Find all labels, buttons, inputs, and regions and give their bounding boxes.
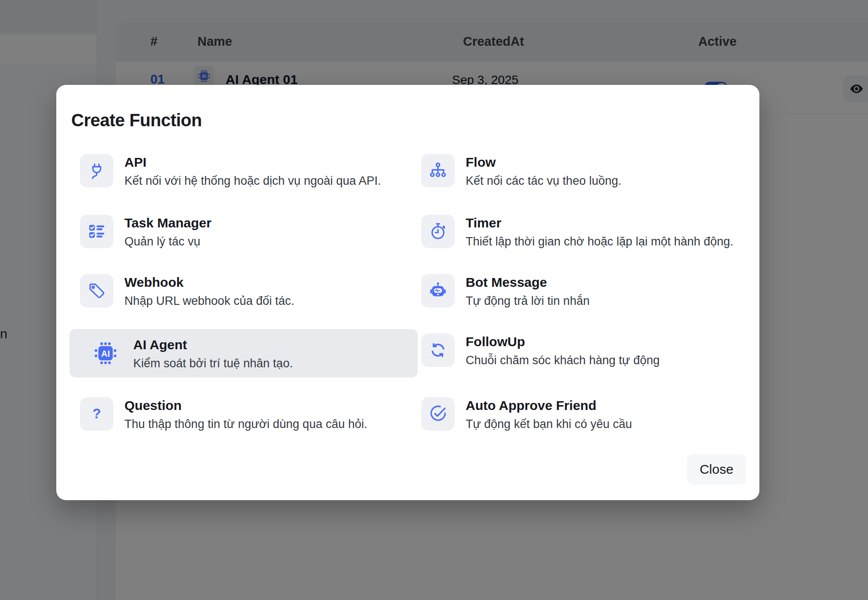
item-desc: Kiểm soát bởi trí tuệ nhân tạo.: [133, 357, 293, 370]
item-title: Question: [124, 398, 367, 413]
function-item-auto-approve-friend[interactable]: Auto Approve Friend Tự động kết bạn khi …: [421, 397, 632, 431]
item-desc: Chuỗi chăm sóc khách hàng tự động: [466, 354, 660, 367]
item-title: API: [124, 155, 381, 170]
item-desc: Thu thập thông tin từ người dùng qua câu…: [124, 417, 367, 431]
function-item-api[interactable]: API Kết nối với hệ thống hoặc dịch vụ ng…: [80, 154, 381, 187]
item-title: Task Manager: [124, 216, 212, 230]
function-item-task-manager[interactable]: Task Manager Quản lý tác vụ: [80, 215, 212, 248]
function-item-timer[interactable]: Timer Thiết lập thời gian chờ hoặc lặp l…: [421, 215, 733, 248]
tag-icon: [80, 274, 113, 307]
item-title: FollowUp: [466, 334, 660, 349]
screen: # Name CreatedAt Active 01: [0, 0, 868, 600]
svg-text:?: ?: [92, 406, 101, 421]
item-title: Flow: [466, 155, 621, 170]
create-function-modal: Create Function API Kết nối với hệ thống…: [56, 85, 759, 500]
item-desc: Kết nối với hệ thống hoặc dịch vụ ngoài …: [124, 174, 381, 187]
item-title: Bot Message: [466, 275, 590, 290]
item-desc: Nhập URL webhook của đối tác.: [124, 294, 294, 307]
item-title: Timer: [466, 216, 733, 230]
check-circle-icon: [421, 397, 455, 431]
robot-icon: [421, 274, 455, 307]
checklist-icon: [80, 215, 113, 248]
item-desc: Kết nối các tác vụ theo luồng.: [466, 174, 621, 187]
function-item-webhook[interactable]: Webhook Nhập URL webhook của đối tác.: [80, 274, 294, 307]
function-item-question[interactable]: ? Question Thu thập thông tin từ người d…: [80, 397, 367, 431]
flow-icon: [421, 154, 455, 187]
stopwatch-icon: [421, 215, 455, 248]
item-title: Webhook: [124, 275, 294, 290]
svg-text:AI: AI: [101, 349, 110, 359]
item-desc: Tự động trả lời tin nhắn: [466, 294, 590, 307]
modal-title: Create Function: [71, 110, 202, 130]
question-icon: ?: [80, 397, 113, 431]
function-item-followup[interactable]: FollowUp Chuỗi chăm sóc khách hàng tự độ…: [421, 333, 660, 367]
item-desc: Quản lý tác vụ: [124, 235, 212, 248]
item-desc: Thiết lập thời gian chờ hoặc lặp lại một…: [466, 235, 733, 248]
function-item-bot-message[interactable]: Bot Message Tự động trả lời tin nhắn: [421, 274, 590, 307]
item-desc: Tự động kết bạn khi có yêu cầu: [466, 417, 632, 431]
item-title: Auto Approve Friend: [466, 398, 632, 413]
refresh-icon: [421, 333, 455, 367]
plug-icon: [80, 154, 113, 187]
ai-chip-icon: AI: [89, 337, 122, 370]
function-item-ai-agent[interactable]: AI AI Agent Kiểm soát bởi trí tuệ nhân t…: [69, 329, 418, 377]
close-button[interactable]: Close: [687, 454, 746, 485]
item-title: AI Agent: [133, 337, 293, 352]
function-item-flow[interactable]: Flow Kết nối các tác vụ theo luồng.: [421, 154, 621, 187]
